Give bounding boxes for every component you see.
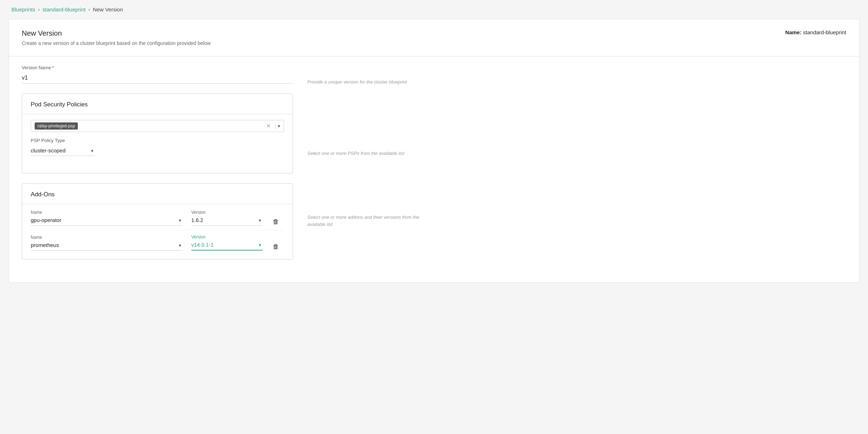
breadcrumb-standard-blueprint[interactable]: standard-blueprint	[42, 6, 86, 12]
addon-name-col-1: Name gpu-operator ▾	[31, 210, 183, 226]
psp-policy-type-select[interactable]: cluster-scoped namespace-scoped	[31, 145, 95, 156]
addon-version-wrapper-2: v14.0.1-1 ▾	[191, 239, 263, 251]
version-hint-text: Provide a unique version for the cluster…	[307, 79, 429, 86]
psp-tag: rafay-privileged-psp	[35, 122, 78, 130]
addon-name-label-1: Name	[31, 210, 183, 215]
psp-arrow-divider	[275, 122, 276, 130]
page-title: New Version	[22, 29, 62, 37]
addon-name-wrapper-1: gpu-operator ▾	[31, 215, 183, 226]
addon-name-label-2: Name	[31, 235, 183, 240]
version-name-label: Version Name *	[22, 65, 293, 70]
addon-row-1: Name gpu-operator ▾ Version 1.6.2	[31, 210, 284, 230]
addons-divider	[22, 204, 293, 204]
blueprint-name-value: standard-blueprint	[803, 29, 846, 35]
header-divider	[9, 56, 859, 56]
breadcrumb-sep-2: ›	[89, 7, 90, 12]
addon-version-label-2: Version	[191, 234, 263, 239]
psp-policy-type-label: PSP Policy Type	[31, 138, 284, 143]
addon-row-2: Name prometheus ▾ Version v14.0.1-1	[31, 234, 284, 251]
addon-version-select-2[interactable]: v14.0.1-1	[191, 239, 263, 251]
page-subtitle: Create a new version of a cluster bluepr…	[22, 40, 846, 46]
psp-dropdown-icon[interactable]: ▾	[278, 123, 280, 129]
main-card: New Version Name: standard-blueprint Cre…	[9, 19, 859, 283]
blueprint-name-label: Name: standard-blueprint	[785, 29, 846, 35]
addon-name-wrapper-2: prometheus ▾	[31, 240, 183, 251]
addon-version-col-1: Version 1.6.2 ▾	[191, 210, 263, 226]
addons-hint-text: Select one or more addons and their vers…	[307, 214, 429, 228]
addon-delete-col-1: 🗑	[271, 218, 284, 226]
addon-name-select-1[interactable]: gpu-operator	[31, 215, 183, 226]
addon-version-label-1: Version	[191, 210, 263, 215]
psp-section: Pod Security Policies rafay-privileged-p…	[22, 94, 293, 173]
psp-clear-icon[interactable]: ✕	[264, 123, 273, 129]
breadcrumb-new-version: New Version	[93, 6, 123, 12]
addon-version-wrapper-1: 1.6.2 ▾	[191, 215, 263, 226]
version-name-group: Version Name *	[22, 65, 293, 84]
breadcrumb-sep-1: ›	[38, 7, 40, 12]
psp-selector[interactable]: rafay-privileged-psp ✕ ▾	[31, 120, 284, 132]
psp-hint-text: Select one or more PSPs from the availab…	[307, 150, 429, 157]
addon-delete-button-2[interactable]: 🗑	[271, 242, 281, 252]
version-hint: Provide a unique version for the cluster…	[307, 79, 429, 86]
addons-hint: Select one or more addons and their vers…	[307, 214, 429, 228]
card-header: New Version Name: standard-blueprint	[22, 29, 846, 37]
psp-policy-type-group: PSP Policy Type cluster-scoped namespace…	[31, 138, 284, 156]
psp-divider	[22, 114, 293, 114]
addon-name-select-2[interactable]: prometheus	[31, 240, 183, 251]
form-right: Provide a unique version for the cluster…	[307, 65, 429, 269]
addon-delete-col-2: 🗑	[271, 243, 284, 251]
addons-section: Add-Ons Name gpu-operator ▾ V	[22, 183, 293, 259]
addons-title: Add-Ons	[31, 191, 284, 198]
version-name-input[interactable]	[22, 72, 293, 84]
psp-title: Pod Security Policies	[31, 101, 284, 108]
form-left: Version Name * Pod Security Policies raf…	[22, 65, 293, 269]
version-form-layout: Version Name * Pod Security Policies raf…	[22, 65, 846, 269]
psp-policy-type-wrapper: cluster-scoped namespace-scoped ▾	[31, 145, 95, 156]
breadcrumb-blueprints[interactable]: Blueprints	[11, 6, 35, 12]
breadcrumb: Blueprints › standard-blueprint › New Ve…	[0, 0, 868, 19]
addon-delete-button-1[interactable]: 🗑	[271, 217, 281, 227]
psp-hint: Select one or more PSPs from the availab…	[307, 150, 429, 157]
addon-version-col-2: Version v14.0.1-1 ▾	[191, 234, 263, 251]
addon-name-col-2: Name prometheus ▾	[31, 235, 183, 251]
addon-version-select-1[interactable]: 1.6.2	[191, 215, 263, 226]
